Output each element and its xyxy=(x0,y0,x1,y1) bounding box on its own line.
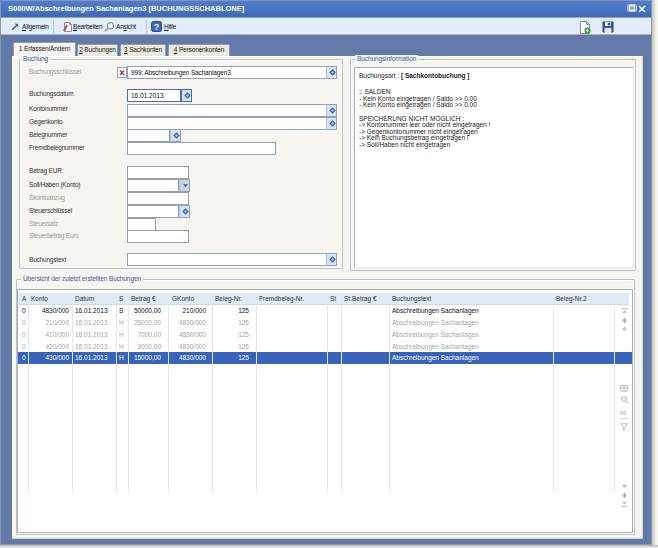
svg-text:?: ? xyxy=(154,22,160,32)
